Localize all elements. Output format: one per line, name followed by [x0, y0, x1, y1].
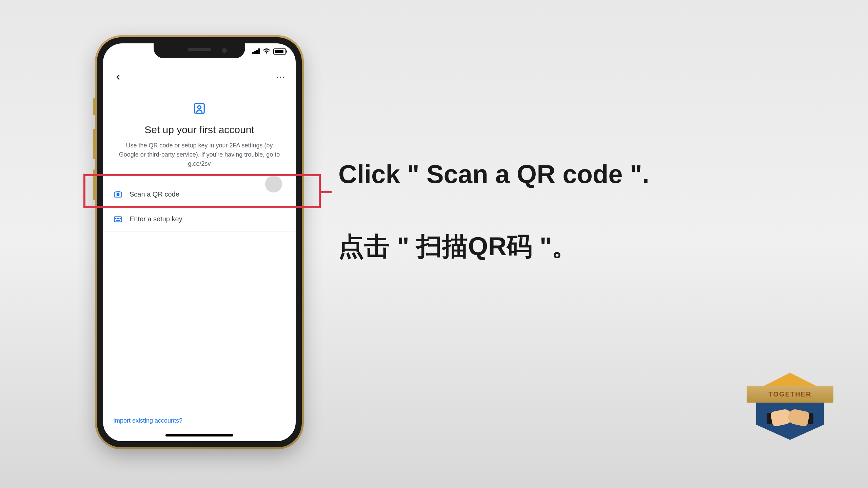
battery-icon — [273, 48, 286, 55]
more-menu-button[interactable]: ··· — [274, 70, 288, 84]
svg-rect-7 — [117, 194, 119, 196]
instruction-chinese: 点击 " 扫描QR码 "。 — [338, 229, 649, 264]
instruction-panel: Click " Scan a QR code ". 点击 " 扫描QR码 "。 — [338, 159, 649, 264]
home-indicator[interactable] — [165, 434, 233, 436]
enter-key-label: Enter a setup key — [130, 215, 182, 223]
svg-point-9 — [116, 218, 116, 219]
svg-rect-2 — [256, 50, 258, 54]
scan-qr-label: Scan a QR code — [130, 190, 179, 198]
together-logo: TOGETHER — [749, 373, 831, 464]
app-content: Set up your first account Use the QR cod… — [103, 94, 296, 414]
svg-rect-1 — [254, 51, 256, 54]
enter-key-option[interactable]: Enter a setup key — [103, 207, 296, 231]
svg-point-12 — [120, 218, 121, 219]
wifi-icon — [262, 47, 271, 56]
svg-rect-8 — [114, 217, 122, 222]
status-bar — [252, 47, 286, 56]
svg-rect-0 — [252, 52, 254, 54]
svg-point-10 — [117, 218, 118, 219]
setup-title: Set up your first account — [103, 124, 296, 136]
svg-rect-3 — [258, 48, 260, 54]
phone-mute-switch — [93, 98, 96, 115]
logo-banner-text: TOGETHER — [747, 386, 833, 403]
account-icon — [192, 101, 207, 116]
signal-icon — [252, 48, 260, 56]
back-button[interactable] — [111, 70, 125, 84]
phone-frame: ··· Set up your first account Use the QR… — [97, 37, 302, 447]
highlight-connector — [321, 191, 332, 193]
import-accounts-link[interactable]: Import existing accounts? — [113, 417, 182, 424]
svg-point-5 — [198, 106, 201, 109]
handshake-icon — [768, 406, 812, 430]
touch-indicator — [265, 176, 282, 192]
instruction-english: Click " Scan a QR code ". — [338, 159, 649, 189]
phone-volume-up — [93, 129, 96, 159]
setup-description: Use the QR code or setup key in your 2FA… — [103, 141, 296, 168]
keyboard-icon — [113, 214, 123, 224]
phone-volume-down — [93, 169, 96, 200]
phone-notch — [154, 43, 245, 58]
app-header: ··· — [103, 67, 296, 87]
svg-point-11 — [118, 218, 119, 219]
camera-icon — [113, 189, 123, 199]
phone-screen: ··· Set up your first account Use the QR… — [103, 43, 296, 441]
